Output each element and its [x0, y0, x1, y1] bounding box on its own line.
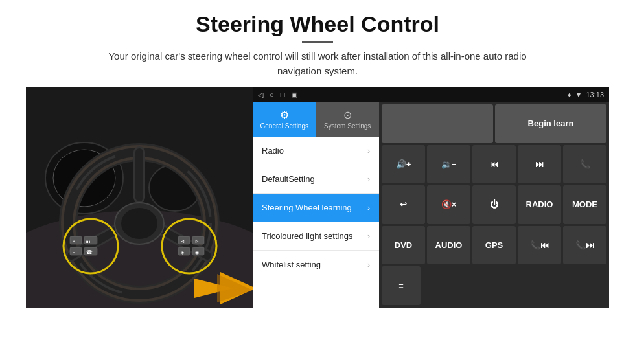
tab-general[interactable]: ⚙ General Settings	[253, 102, 316, 137]
menu-item-whitelist[interactable]: Whitelist setting ›	[253, 251, 379, 279]
phone-next-button[interactable]: 📞⏭	[563, 226, 606, 265]
status-bar: ◁ ○ □ ▣ ♦ ▼ 13:13	[253, 87, 609, 102]
title-divider	[302, 41, 333, 43]
vol-down-icon: 🔉−	[441, 159, 457, 169]
next-icon: ⏭	[535, 159, 544, 169]
dvd-label: DVD	[395, 240, 412, 250]
gps-label: GPS	[485, 240, 503, 250]
recent-icon: □	[281, 91, 285, 98]
phone-answer-button[interactable]: 📞	[563, 145, 606, 184]
btn-row-3: ↩ 🔇× ⏻ RADIO MODE	[382, 185, 606, 224]
chevron-radio: ›	[367, 146, 370, 155]
page-subtitle: Your original car's steering wheel contr…	[91, 49, 544, 78]
svg-text:◉: ◉	[195, 250, 199, 255]
system-settings-icon: ⊙	[343, 109, 352, 121]
steering-wheel-image: + − ⏮ ☎ ⊲ ⊳ ◈ ◉	[26, 87, 253, 308]
audio-button[interactable]: AUDIO	[427, 226, 470, 265]
hang-up-button[interactable]: ↩	[382, 185, 425, 224]
svg-text:⊳: ⊳	[195, 239, 199, 244]
svg-text:☎: ☎	[86, 249, 93, 255]
menu-item-tricoloured[interactable]: Tricoloured light settings ›	[253, 222, 379, 251]
btn-row-4: DVD AUDIO GPS 📞⏮ 📞⏭	[382, 226, 606, 265]
content-row: + − ⏮ ☎ ⊲ ⊳ ◈ ◉	[26, 87, 609, 358]
menu-item-radio[interactable]: Radio ›	[253, 137, 379, 165]
btn-row-2: 🔊+ 🔉− ⏮ ⏭ 📞	[382, 145, 606, 184]
begin-learn-button[interactable]: Begin learn	[495, 104, 606, 143]
mode-button[interactable]: MODE	[563, 185, 606, 224]
chevron-default: ›	[367, 175, 370, 184]
svg-text:−: −	[73, 250, 75, 255]
tab-system[interactable]: ⊙ System Settings	[316, 102, 380, 137]
svg-text:⊲: ⊲	[181, 239, 185, 244]
vol-up-icon: 🔊+	[396, 159, 411, 169]
next-track-button[interactable]: ⏭	[518, 145, 561, 184]
buttons-panel: Begin learn 🔊+ 🔉− ⏮	[379, 102, 609, 308]
list-button[interactable]: ≡	[382, 266, 421, 305]
empty-space	[422, 266, 606, 305]
prev-track-button[interactable]: ⏮	[472, 145, 516, 184]
svg-rect-20	[70, 236, 82, 244]
power-icon: ⏻	[490, 199, 498, 209]
status-left: ◁ ○ □ ▣	[258, 91, 297, 99]
mute-icon: 🔇×	[441, 199, 457, 209]
list-icon: ≡	[398, 281, 404, 291]
menu-items: Radio › DefaultSetting › Steering Wheel …	[253, 137, 379, 308]
prev-icon: ⏮	[490, 159, 498, 169]
menu-item-default[interactable]: DefaultSetting ›	[253, 165, 379, 194]
phone-icon: 📞	[580, 159, 590, 169]
svg-rect-22	[70, 247, 82, 255]
tab-system-label: System Settings	[324, 122, 371, 130]
menu-panel: ⚙ General Settings ⊙ System Settings Rad…	[253, 102, 379, 308]
tabs-row: ⚙ General Settings ⊙ System Settings	[253, 102, 379, 137]
vol-up-button[interactable]: 🔊+	[382, 145, 425, 184]
page-title: Steering Wheel Control	[196, 12, 439, 37]
menu-item-steering-label: Steering Wheel learning	[262, 203, 367, 212]
chevron-steering: ›	[367, 203, 370, 212]
menu-item-radio-label: Radio	[262, 146, 367, 155]
clock: 13:13	[586, 91, 604, 98]
dvd-button[interactable]: DVD	[382, 226, 425, 265]
menu-item-tricoloured-label: Tricoloured light settings	[262, 231, 367, 241]
mute-button[interactable]: 🔇×	[427, 185, 470, 224]
phone-prev-icon: 📞⏮	[530, 240, 549, 250]
gps-button[interactable]: GPS	[472, 226, 516, 265]
menu-item-steering[interactable]: Steering Wheel learning ›	[253, 194, 379, 222]
empty-cell	[382, 104, 493, 143]
chevron-whitelist: ›	[367, 260, 370, 269]
svg-text:⏮: ⏮	[86, 240, 90, 244]
svg-point-18	[121, 208, 157, 239]
svg-rect-33	[178, 247, 190, 255]
btn-row-1: Begin learn	[382, 104, 606, 143]
menu-icon: ▣	[291, 91, 297, 99]
phone-prev-button[interactable]: 📞⏮	[518, 226, 561, 265]
btn-row-5: ≡	[382, 266, 606, 305]
hang-up-icon: ↩	[400, 199, 407, 209]
radio-button[interactable]: RADIO	[518, 185, 561, 224]
audio-label: AUDIO	[435, 240, 463, 250]
tab-general-label: General Settings	[260, 122, 309, 130]
menu-item-whitelist-label: Whitelist setting	[262, 260, 367, 269]
status-right: ♦ ▼ 13:13	[568, 91, 604, 98]
signal-icon: ▼	[575, 91, 583, 98]
back-icon: ◁	[258, 91, 263, 99]
menu-item-default-label: DefaultSetting	[262, 174, 367, 184]
location-icon: ♦	[568, 91, 572, 98]
chevron-tricoloured: ›	[367, 232, 370, 241]
radio-label: RADIO	[526, 199, 553, 209]
phone-next-icon: 📞⏭	[575, 240, 594, 250]
vol-down-button[interactable]: 🔉−	[427, 145, 470, 184]
home-icon: ○	[270, 91, 274, 98]
svg-text:+: +	[73, 239, 75, 244]
page-wrapper: Steering Wheel Control Your original car…	[0, 0, 635, 364]
power-button[interactable]: ⏻	[472, 185, 516, 224]
main-ui: ⚙ General Settings ⊙ System Settings Rad…	[253, 102, 609, 308]
mode-label: MODE	[572, 199, 597, 209]
device-ui: ◁ ○ □ ▣ ♦ ▼ 13:13 ⚙	[253, 87, 609, 308]
general-settings-icon: ⚙	[280, 109, 289, 121]
